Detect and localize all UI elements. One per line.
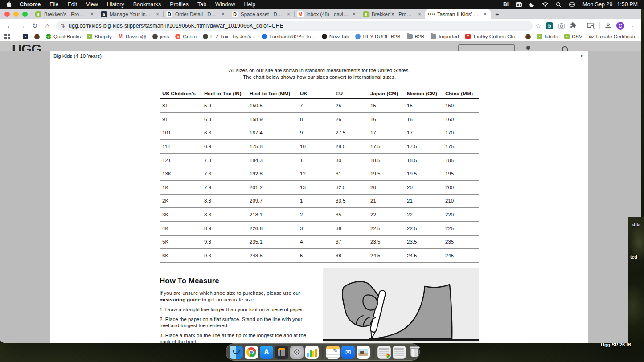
dock-numbers-icon[interactable] (305, 346, 319, 359)
spotlight-search-icon[interactable] (556, 2, 562, 8)
account-icon[interactable] (526, 46, 530, 50)
measuring-guide-link[interactable]: measuring guide (160, 297, 201, 302)
browser-tab-4[interactable]: MInbox (48) - davisc@brekken× (294, 9, 360, 19)
bookmark-star-icon[interactable]: ☆ (535, 22, 541, 29)
tab-close-icon[interactable]: × (221, 11, 226, 17)
back-icon[interactable]: ← (4, 20, 15, 31)
bookmark-item-lumbardi-s-tu[interactable]: Lumbardiâ€™s Tu... (262, 34, 316, 39)
bookmark-item-quickbooks[interactable]: qbQuickBooks (46, 34, 81, 39)
size-table-cell: 20 (404, 185, 443, 190)
reload-icon[interactable]: ↻ (29, 20, 40, 31)
menu-item-edit[interactable]: Edit (67, 1, 77, 8)
browser-tab-5[interactable]: sBrekken's - Products - UGG®× (360, 9, 425, 19)
widget-icon[interactable] (516, 2, 522, 7)
size-table-row: 6K9.6243.553824.524.5245 (160, 249, 479, 263)
bookmark-item-labels[interactable]: slabels (537, 34, 558, 39)
new-tab-button[interactable]: + (491, 10, 504, 18)
bookmark-item-imported[interactable]: Imported (431, 34, 459, 39)
bookmark-item-b2b[interactable]: B2B (407, 34, 425, 39)
menu-bar-clock[interactable]: Mon Sep 29 1:50 PM (582, 1, 638, 8)
tab-close-icon[interactable]: × (483, 11, 488, 17)
menu-item-file[interactable]: File (49, 1, 58, 8)
apps-grid-icon[interactable] (4, 34, 10, 39)
bookmark-item-davisc[interactable]: MDavisc@ (118, 34, 146, 39)
tab-label: Order Detail - Deckers B2B O (175, 12, 218, 17)
bookmark-item-new-tab[interactable]: New Tab (322, 34, 349, 39)
home-icon[interactable]: ⌂ (42, 20, 53, 31)
macos-dock: A⚙✎✉ (226, 343, 420, 361)
ugg-logo[interactable]: UGG (12, 41, 41, 51)
address-bar[interactable]: ⇅ ugg.com/kids-big-kids-slippers/tasman-… (56, 21, 533, 31)
tab-close-icon[interactable]: × (286, 11, 291, 17)
bookmark-item-csv[interactable]: sCSV (564, 34, 582, 39)
size-table-cell: 11 (297, 158, 333, 163)
inspect-device-icon[interactable] (587, 23, 595, 29)
do-not-disturb-moon-icon[interactable] (529, 2, 535, 8)
site-info-icon[interactable]: ⇅ (61, 23, 65, 29)
bookmark-item-e-z-tux-by-jim-s[interactable]: E-Z Tux - by Jim's... (203, 34, 255, 39)
close-window-button[interactable] (4, 12, 10, 17)
screenshot-extension-icon[interactable] (558, 23, 565, 29)
profile-avatar[interactable]: C (616, 22, 624, 30)
browser-tab-2[interactable]: DOrder Detail - Deckers B2B O× (163, 9, 229, 19)
download-icon[interactable] (605, 22, 611, 29)
dock-notes-icon[interactable]: ✎ (326, 346, 340, 359)
dock-calculator-icon[interactable] (275, 346, 288, 359)
dock-system-settings-icon[interactable]: ⚙ (290, 346, 304, 359)
tab-close-icon[interactable]: × (155, 11, 160, 17)
dock-app-store-icon[interactable]: A (260, 346, 273, 359)
dock-window-icon[interactable] (393, 346, 406, 359)
dock-chrome-icon[interactable] (245, 346, 258, 359)
wifi-icon[interactable] (542, 2, 549, 7)
size-table-cell: 13 (297, 185, 333, 190)
close-icon[interactable]: × (575, 53, 588, 59)
menu-item-view[interactable]: View (86, 1, 98, 8)
bookmark-item-resale-certificate[interactable]: doResale Certificate... (589, 34, 641, 39)
menu-item-profiles[interactable]: Profiles (170, 1, 189, 8)
forward-icon[interactable]: → (17, 20, 28, 31)
menu-item-chrome[interactable]: Chrome (20, 1, 41, 8)
menu-item-help[interactable]: Help (244, 1, 256, 8)
browser-tab-3[interactable]: DSpace asset - Deckers Asset× (229, 9, 294, 19)
quickbooks-icon: qb (46, 34, 51, 39)
browser-tab-1[interactable]: aManage Your Inventory× (98, 9, 163, 19)
tab-close-icon[interactable]: × (352, 11, 357, 17)
bookmark-item-amazon[interactable]: a (23, 34, 28, 39)
bookmark-item-ups[interactable] (34, 34, 40, 39)
minimize-window-button[interactable] (13, 12, 19, 17)
shopify-favicon-icon: s (35, 11, 41, 17)
input-source-icon[interactable]: BI (503, 1, 509, 8)
dock-window-icon[interactable] (377, 346, 391, 359)
size-table-header-row: US Children'sHeel to Toe (IN)Heel to Toe… (160, 89, 479, 99)
site-search-box[interactable] (458, 44, 515, 51)
bookmark-item-shopify[interactable]: sShopify (87, 34, 111, 39)
menu-item-window[interactable]: Window (215, 1, 235, 8)
dock-preview-icon[interactable] (357, 346, 370, 359)
bookmark-item-toothy-critters-clu[interactable]: TToothy Critters Clu... (465, 34, 519, 39)
browser-tab-6[interactable]: UGGTasman II Kids' Shoe | UGG× (425, 9, 491, 19)
size-table-cell: 209.7 (247, 198, 297, 203)
browser-tab-0[interactable]: sBrekken's - Products - UGG®× (32, 9, 98, 19)
url-text[interactable]: ugg.com/kids-big-kids-slippers/tasman-ii… (69, 23, 283, 29)
menu-item-tab[interactable]: Tab (197, 1, 206, 8)
zoom-window-button[interactable] (22, 12, 28, 17)
tab-close-icon[interactable]: × (90, 11, 94, 17)
control-center-icon[interactable] (569, 2, 575, 7)
bookmark-item-jims[interactable]: jims (152, 34, 169, 39)
size-table-cell: 23.5 (404, 239, 443, 244)
dock-mail-icon[interactable]: ✉ (341, 346, 355, 359)
dock-trash-icon[interactable] (408, 346, 421, 359)
extension-b-icon[interactable]: b (546, 22, 553, 29)
menu-item-bookmarks[interactable]: Bookmarks (133, 1, 161, 8)
bookmark-item-ups[interactable] (525, 34, 531, 39)
tab-close-icon[interactable]: × (417, 11, 422, 17)
apple-menu-icon[interactable] (6, 1, 12, 8)
chrome-menu-icon[interactable]: ⋮ (629, 22, 636, 29)
bookmark-item-hey-dude-b2b[interactable]: HEY DUDE B2B (355, 34, 400, 39)
dock-finder-icon[interactable] (230, 346, 243, 359)
menu-item-history[interactable]: History (107, 1, 124, 8)
extensions-puzzle-icon[interactable] (570, 22, 577, 29)
cart-bag-icon[interactable] (562, 46, 568, 51)
bookmark-item-gusto[interactable]: gGusto (175, 34, 197, 39)
size-table-cell: 7.6 (201, 171, 247, 176)
